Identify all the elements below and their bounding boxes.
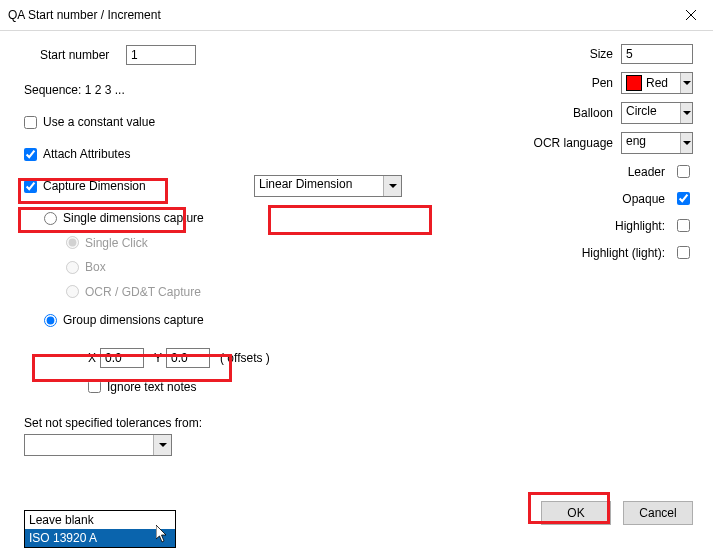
- chevron-down-icon: [680, 103, 692, 123]
- start-number-label: Start number: [40, 48, 126, 62]
- right-column: Size Pen Red Balloon Circle OCR language: [413, 44, 693, 270]
- chevron-down-icon: [383, 176, 401, 196]
- size-input[interactable]: [621, 44, 693, 64]
- highlight-light-checkbox[interactable]: [677, 246, 690, 259]
- close-button[interactable]: [668, 0, 713, 30]
- cancel-button[interactable]: Cancel: [623, 501, 693, 525]
- single-click-label: Single Click: [85, 236, 148, 250]
- highlight-label: Highlight:: [615, 219, 665, 233]
- pen-label: Pen: [592, 76, 613, 90]
- chevron-down-icon: [680, 73, 692, 93]
- pen-combo[interactable]: Red: [621, 72, 693, 94]
- attach-attributes-checkbox[interactable]: Attach Attributes: [24, 147, 130, 161]
- button-row: OK Cancel: [541, 501, 693, 525]
- tolerances-label: Set not specified tolerances from:: [24, 416, 202, 430]
- pen-color-swatch: [626, 75, 642, 91]
- single-dimensions-label: Single dimensions capture: [63, 211, 204, 225]
- balloon-combo[interactable]: Circle: [621, 102, 693, 124]
- start-number-input[interactable]: [126, 45, 196, 65]
- opaque-checkbox[interactable]: [677, 192, 690, 205]
- attach-attributes-label: Attach Attributes: [43, 147, 130, 161]
- title-bar: QA Start number / Increment: [0, 0, 713, 31]
- balloon-label: Balloon: [573, 106, 613, 120]
- ignore-text-notes-checkbox[interactable]: Ignore text notes: [88, 380, 196, 394]
- tolerances-value: [25, 435, 153, 455]
- box-label: Box: [85, 260, 106, 274]
- pen-value: Red: [646, 76, 668, 90]
- window-title: QA Start number / Increment: [8, 8, 161, 22]
- tolerances-combo[interactable]: [24, 434, 172, 456]
- tolerances-dropdown-list[interactable]: Leave blank ISO 13920 A: [24, 510, 176, 548]
- opaque-label: Opaque: [622, 192, 665, 206]
- x-label: X: [88, 351, 96, 365]
- highlight-light-label: Highlight (light):: [582, 246, 665, 260]
- ocr-language-label: OCR language: [534, 136, 613, 150]
- group-dimensions-radio[interactable]: Group dimensions capture: [44, 313, 204, 327]
- sequence-label: Sequence: 1 2 3 ...: [24, 83, 125, 97]
- y-offset-input[interactable]: [166, 348, 210, 368]
- tolerance-option-leave-blank[interactable]: Leave blank: [25, 511, 175, 529]
- offsets-label: ( offsets ): [220, 351, 270, 365]
- constant-value-checkbox[interactable]: Use a constant value: [24, 115, 155, 129]
- leader-checkbox[interactable]: [677, 165, 690, 178]
- ocr-gdt-label: OCR / GD&T Capture: [85, 285, 201, 299]
- ignore-text-notes-label: Ignore text notes: [107, 380, 196, 394]
- ocr-language-value: eng: [622, 133, 680, 153]
- box-radio: Box: [66, 260, 106, 274]
- single-click-radio: Single Click: [66, 236, 148, 250]
- y-label: Y: [154, 351, 162, 365]
- dimension-type-combo[interactable]: Linear Dimension: [254, 175, 402, 197]
- balloon-value: Circle: [622, 103, 680, 123]
- ocr-gdt-radio: OCR / GD&T Capture: [66, 285, 201, 299]
- highlight-checkbox[interactable]: [677, 219, 690, 232]
- capture-dimension-checkbox[interactable]: Capture Dimension: [24, 179, 254, 193]
- chevron-down-icon: [680, 133, 692, 153]
- dimension-type-value: Linear Dimension: [255, 176, 383, 196]
- leader-label: Leader: [628, 165, 665, 179]
- group-dimensions-label: Group dimensions capture: [63, 313, 204, 327]
- dialog-window: QA Start number / Increment Start number…: [0, 0, 713, 549]
- capture-dimension-label: Capture Dimension: [43, 179, 146, 193]
- close-icon: [686, 10, 696, 20]
- constant-value-label: Use a constant value: [43, 115, 155, 129]
- x-offset-input[interactable]: [100, 348, 144, 368]
- chevron-down-icon: [153, 435, 171, 455]
- tolerance-option-iso[interactable]: ISO 13920 A: [25, 529, 175, 547]
- single-dimensions-radio[interactable]: Single dimensions capture: [44, 211, 204, 225]
- cursor-icon: [156, 525, 168, 543]
- size-label: Size: [590, 47, 613, 61]
- ocr-language-combo[interactable]: eng: [621, 132, 693, 154]
- ok-button[interactable]: OK: [541, 501, 611, 525]
